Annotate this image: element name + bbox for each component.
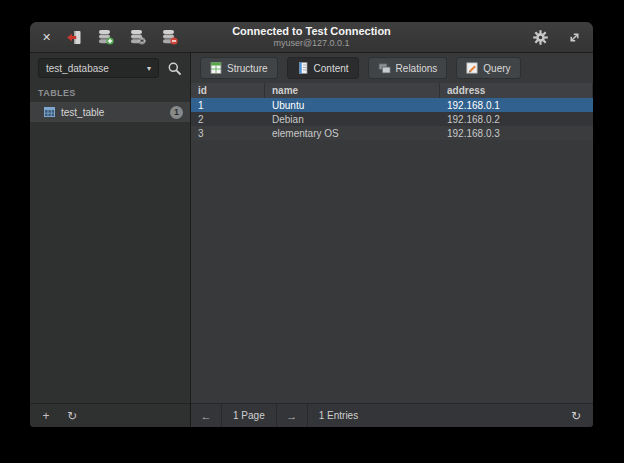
cell-name: elementary OS — [265, 128, 440, 139]
window-title: Connected to Test Connection — [232, 25, 391, 38]
expand-diagonal-icon — [568, 31, 581, 44]
tab-label: Structure — [227, 63, 268, 74]
sidebar-empty-space — [30, 122, 190, 403]
titlebar-right-controls — [533, 30, 581, 45]
gear-icon — [533, 30, 548, 45]
logout-door-icon — [66, 30, 82, 45]
tab-structure[interactable]: Structure — [200, 57, 278, 79]
chevron-down-icon: ▾ — [147, 64, 151, 73]
titlebar: ✕ — [30, 22, 593, 53]
tab-label: Content — [314, 63, 349, 74]
prev-page-button[interactable]: ← — [191, 404, 221, 427]
titlebar-left-controls: ✕ — [42, 29, 178, 45]
cell-address: 192.168.0.3 — [440, 128, 593, 139]
close-button[interactable]: ✕ — [42, 32, 51, 43]
disconnect-button[interactable] — [66, 30, 82, 45]
edit-connection-button[interactable] — [129, 29, 146, 45]
content-refresh-button[interactable]: ↻ — [559, 404, 593, 427]
cell-address: 192.168.0.1 — [440, 100, 593, 111]
next-page-button[interactable]: → — [277, 404, 307, 427]
sidebar: test_database ▾ TABLES — [30, 53, 191, 427]
column-header-address[interactable]: address — [440, 83, 593, 98]
tab-query[interactable]: Query — [456, 57, 520, 79]
database-remove-icon — [161, 29, 178, 45]
tab-label: Query — [483, 63, 510, 74]
cell-name: Debian — [265, 114, 440, 125]
pagination-bar: ← 1 Page → 1 Entries ↻ — [191, 403, 593, 427]
table-grid-icon — [44, 107, 55, 117]
cell-address: 192.168.0.2 — [440, 114, 593, 125]
content-document-icon — [297, 62, 309, 74]
results-empty-area — [191, 140, 593, 403]
window-subtitle: myuser@127.0.0.1 — [232, 38, 391, 48]
view-tabs: Structure Content — [191, 53, 593, 83]
tab-content[interactable]: Content — [287, 57, 359, 79]
database-add-icon — [97, 29, 114, 45]
column-header-id[interactable]: id — [191, 83, 265, 98]
window-content: test_database ▾ TABLES — [30, 53, 593, 427]
window-title-block: Connected to Test Connection myuser@127.… — [232, 25, 391, 48]
relations-windows-icon — [378, 63, 391, 74]
cell-id: 2 — [191, 114, 265, 125]
table-row[interactable]: 2 Debian 192.168.0.2 — [191, 112, 593, 126]
fullscreen-button[interactable] — [568, 31, 581, 44]
table-row[interactable]: 3 elementary OS 192.168.0.3 — [191, 126, 593, 140]
database-selector[interactable]: test_database ▾ — [38, 58, 159, 78]
app-window: ✕ — [30, 22, 593, 427]
sidebar-footer: + ↻ — [30, 403, 190, 427]
tab-relations[interactable]: Relations — [368, 57, 448, 79]
query-edit-icon — [466, 62, 478, 74]
sidebar-item-test-table[interactable]: test_table 1 — [30, 102, 190, 122]
sidebar-toolbar: test_database ▾ — [30, 53, 190, 82]
cell-id: 3 — [191, 128, 265, 139]
search-button[interactable] — [164, 58, 184, 78]
column-header-name[interactable]: name — [265, 83, 440, 98]
sidebar-item-label: test_table — [61, 107, 104, 118]
tab-label: Relations — [396, 63, 438, 74]
table-count-badge: 1 — [170, 106, 183, 119]
main-panel: Structure Content — [191, 53, 593, 427]
sidebar-refresh-button[interactable]: ↻ — [62, 407, 82, 425]
database-settings-icon — [129, 29, 146, 45]
results-table-header: id name address — [191, 83, 593, 98]
add-item-button[interactable]: + — [36, 407, 56, 425]
tables-section-header: TABLES — [30, 82, 190, 102]
database-selector-value: test_database — [46, 63, 109, 74]
cell-name: Ubuntu — [265, 100, 440, 111]
add-connection-button[interactable] — [97, 29, 114, 45]
entries-count: 1 Entries — [308, 410, 369, 421]
table-row[interactable]: 1 Ubuntu 192.168.0.1 — [191, 98, 593, 112]
cell-id: 1 — [191, 100, 265, 111]
structure-grid-icon — [210, 62, 222, 74]
remove-connection-button[interactable] — [161, 29, 178, 45]
page-indicator: 1 Page — [222, 410, 276, 421]
search-icon — [167, 61, 182, 76]
settings-button[interactable] — [533, 30, 548, 45]
